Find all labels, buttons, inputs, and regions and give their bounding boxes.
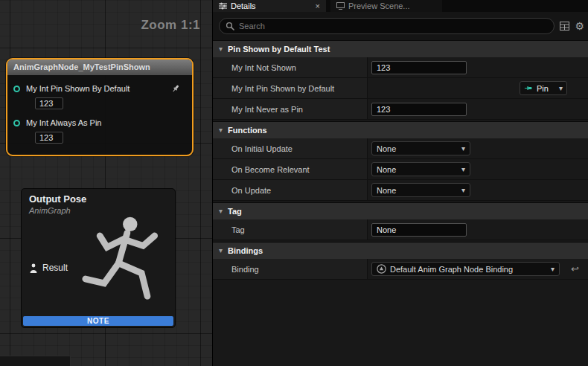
property-row: On Become Relevant None ▾: [213, 159, 588, 180]
chevron-down-icon: ▾: [219, 45, 223, 53]
property-label: On Initial Update: [231, 144, 293, 153]
chevron-down-icon: ▾: [219, 208, 223, 215]
pin-label: My Int Pin Shown By Default: [26, 84, 171, 93]
on-become-relevant-dropdown[interactable]: None ▾: [371, 162, 470, 176]
property-label: Binding: [231, 265, 259, 274]
int-pin-icon[interactable]: [13, 86, 20, 92]
property-label: My Int Not Shown: [231, 63, 296, 72]
section-header-tag[interactable]: ▾ Tag: [213, 202, 588, 219]
property-row: On Update None ▾: [213, 180, 588, 201]
mannequin-image: [78, 211, 172, 323]
property-row: Binding Default Anim Graph Node Binding …: [213, 259, 588, 280]
result-pin[interactable]: Result: [29, 263, 68, 273]
on-initial-update-dropdown[interactable]: None ▾: [371, 141, 470, 155]
result-pin-label: Result: [42, 263, 68, 273]
node-title[interactable]: AnimGraphNode_MyTestPinShown: [7, 60, 192, 75]
tab-preview-scene[interactable]: Preview Scene...: [330, 0, 442, 12]
property-row: Tag: [213, 219, 588, 240]
property-label: My Int Pin Shown by Default: [231, 84, 334, 93]
binding-dropdown[interactable]: Default Anim Graph Node Binding ▾: [371, 262, 560, 276]
preview-scene-tab-icon: [336, 2, 345, 10]
chevron-down-icon: ▾: [461, 145, 465, 152]
details-panel: Details × Preview Scene...: [212, 0, 588, 366]
int-pin-icon[interactable]: [13, 120, 20, 126]
property-row: My Int Never as Pin: [213, 99, 588, 120]
my-int-never-as-pin-input[interactable]: [371, 103, 467, 116]
pin-label: My Int Always As Pin: [26, 118, 186, 127]
tab-bar: Details × Preview Scene...: [213, 0, 588, 12]
property-label: On Become Relevant: [231, 165, 310, 174]
pin-value-input[interactable]: [35, 97, 63, 109]
binding-icon: [377, 264, 386, 274]
tag-input[interactable]: [371, 223, 467, 237]
property-row: On Initial Update None ▾: [213, 138, 588, 159]
chevron-down-icon: ▾: [559, 85, 563, 92]
node-title: Output Pose: [29, 193, 86, 205]
section-header-pin-shown-by-default-test[interactable]: ▾ Pin Shown by Default Test: [213, 40, 588, 57]
pin-icon: [524, 84, 534, 92]
search-box[interactable]: [219, 18, 555, 34]
display-options-icon[interactable]: [560, 22, 569, 30]
chevron-down-icon: ▾: [461, 187, 465, 194]
chevron-down-icon: ▾: [461, 166, 465, 173]
property-row: My Int Pin Shown by Default Pin ▾: [213, 78, 588, 99]
panel-corner: [0, 356, 71, 366]
pose-pin-icon: [29, 263, 38, 273]
search-bar: ⚙: [213, 12, 588, 40]
pin-toggle-icon[interactable]: [171, 84, 180, 93]
section-header-bindings[interactable]: ▾ Bindings: [213, 242, 588, 259]
details-sections: ▾ Pin Shown by Default Test My Int Not S…: [213, 40, 588, 366]
output-pose-node[interactable]: Output Pose AnimGraph Result N: [21, 188, 176, 328]
unreal-editor-window: Zoom 1:1 AnimGraphNode_MyTestPinShown My…: [0, 0, 588, 366]
close-icon[interactable]: ×: [316, 2, 320, 10]
search-icon: [226, 22, 234, 30]
anim-graph-node-selected[interactable]: AnimGraphNode_MyTestPinShown My Int Pin …: [6, 58, 194, 156]
pin-value-input[interactable]: [35, 132, 63, 144]
property-label: My Int Never as Pin: [231, 105, 303, 114]
chevron-down-icon: ▾: [219, 247, 223, 254]
tab-label: Details: [231, 1, 256, 10]
search-input[interactable]: [239, 22, 548, 30]
note-badge[interactable]: NOTE: [23, 316, 173, 326]
tab-details[interactable]: Details ×: [213, 0, 326, 12]
property-label: Tag: [231, 225, 245, 234]
chevron-down-icon: ▾: [551, 266, 555, 273]
pin-visibility-dropdown[interactable]: Pin ▾: [520, 81, 567, 95]
gear-icon[interactable]: ⚙: [575, 21, 584, 31]
node-subtitle: AnimGraph: [29, 206, 71, 215]
graph-editor-panel[interactable]: Zoom 1:1 AnimGraphNode_MyTestPinShown My…: [0, 0, 212, 366]
on-update-dropdown[interactable]: None ▾: [371, 183, 470, 197]
property-label: On Update: [231, 186, 271, 195]
reset-to-default-icon[interactable]: ↩: [571, 264, 579, 274]
my-int-not-shown-input[interactable]: [371, 61, 467, 74]
details-tab-icon: [219, 2, 227, 10]
zoom-level-label: Zoom 1:1: [141, 18, 200, 33]
property-row: My Int Not Shown: [213, 57, 588, 78]
tab-label: Preview Scene...: [348, 1, 410, 10]
section-header-functions[interactable]: ▾ Functions: [213, 121, 588, 138]
chevron-down-icon: ▾: [219, 126, 223, 134]
